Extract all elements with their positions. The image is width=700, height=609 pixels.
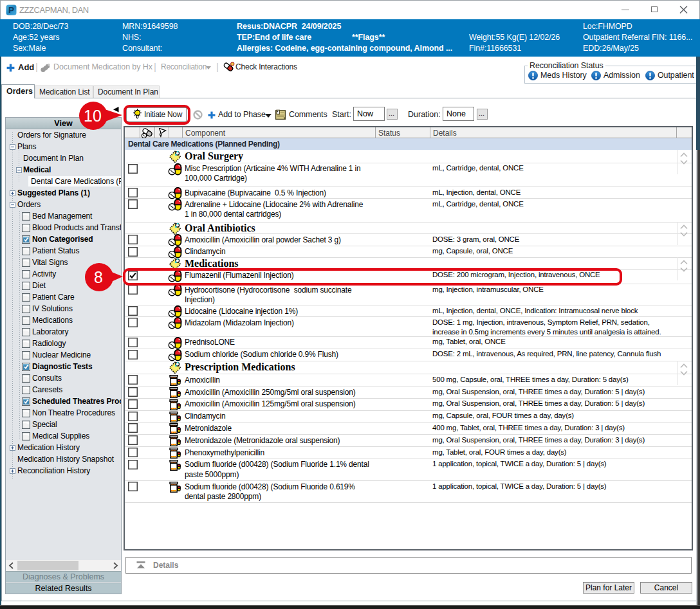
svg-text:8: 8 — [94, 268, 103, 286]
svg-text:P: P — [8, 5, 14, 15]
svg-text:10: 10 — [84, 107, 102, 125]
